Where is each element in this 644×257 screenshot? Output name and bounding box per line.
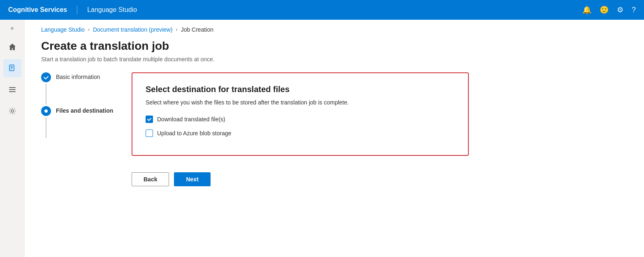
destination-card: Select destination for translated files …: [132, 72, 469, 156]
step-line-2: [46, 118, 46, 138]
option-download: Download translated file(s): [146, 116, 455, 123]
step-label-basic: Basic information: [56, 72, 100, 80]
sidebar-item-documents[interactable]: [3, 59, 21, 77]
breadcrumb-doc-translation[interactable]: Document translation (preview): [93, 26, 173, 33]
sidebar-expand-icon[interactable]: »: [11, 25, 14, 31]
option-upload: Upload to Azure blob storage: [146, 130, 455, 137]
breadcrumb-sep-2: ›: [176, 27, 178, 32]
face-icon[interactable]: 🙂: [600, 5, 609, 14]
next-button[interactable]: Next: [174, 172, 210, 186]
sidebar-item-settings[interactable]: [3, 102, 21, 120]
page-title: Create a translation job: [41, 39, 628, 53]
breadcrumb-job-creation: Job Creation: [181, 26, 213, 33]
step-indicator-col-1: [41, 72, 51, 106]
main-layout: »: [0, 20, 644, 257]
studio-label: Language Studio: [87, 6, 137, 14]
sidebar-item-home[interactable]: [3, 38, 21, 56]
checkbox-download[interactable]: [146, 116, 153, 123]
svg-rect-1: [11, 66, 13, 67]
topbar-actions: 🔔 🙂 ⚙ ?: [582, 5, 636, 14]
svg-point-7: [11, 110, 14, 112]
step-circle-files: [41, 106, 51, 116]
step-indicator-col-2: [41, 106, 51, 140]
sidebar-item-list[interactable]: [3, 81, 21, 99]
card-description: Select where you wish the files to be st…: [146, 99, 455, 106]
checkbox-download-label: Download translated file(s): [157, 116, 225, 123]
content-area: Language Studio › Document translation (…: [25, 20, 644, 257]
sidebar: »: [0, 20, 25, 257]
checkbox-upload[interactable]: [146, 130, 153, 137]
step-label-files: Files and destination: [56, 106, 113, 114]
svg-rect-6: [9, 91, 16, 92]
card-title: Select destination for translated files: [146, 85, 455, 94]
topbar-divider: [77, 6, 77, 14]
help-icon[interactable]: ?: [632, 6, 636, 14]
step-line-1: [46, 84, 46, 104]
steps-panel: Basic information Files and destination: [41, 72, 132, 156]
breadcrumb: Language Studio › Document translation (…: [41, 26, 628, 33]
brand-label: Cognitive Services: [8, 6, 67, 14]
page-subtitle: Start a translation job to batch transla…: [41, 56, 628, 63]
breadcrumb-language-studio[interactable]: Language Studio: [41, 26, 85, 33]
svg-rect-4: [9, 87, 16, 88]
breadcrumb-sep-1: ›: [88, 27, 90, 32]
svg-rect-3: [11, 69, 12, 69]
topbar: Cognitive Services Language Studio 🔔 🙂 ⚙…: [0, 0, 644, 20]
step-item-basic: Basic information: [41, 72, 123, 106]
steps-content: Basic information Files and destination: [41, 72, 628, 156]
svg-rect-2: [11, 67, 13, 68]
back-button[interactable]: Back: [132, 172, 169, 186]
checkbox-upload-label: Upload to Azure blob storage: [157, 130, 232, 137]
gear-icon[interactable]: ⚙: [617, 5, 623, 14]
svg-rect-5: [9, 89, 16, 90]
svg-point-8: [44, 109, 48, 113]
step-item-files: Files and destination: [41, 106, 123, 140]
bell-icon[interactable]: 🔔: [582, 5, 591, 14]
footer-buttons: Back Next: [41, 172, 628, 186]
step-circle-basic: [41, 72, 51, 82]
